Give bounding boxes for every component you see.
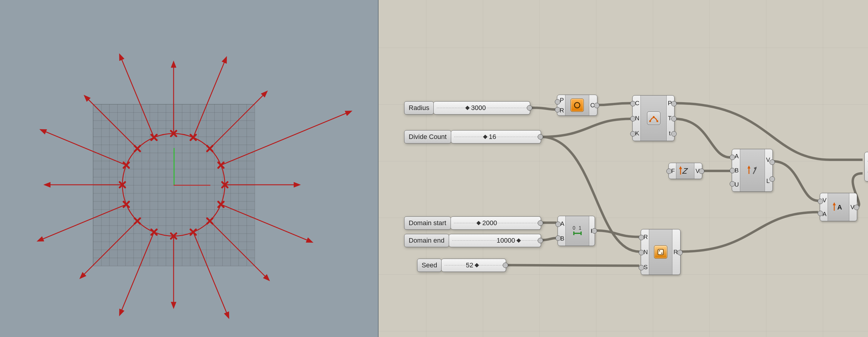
port-a[interactable]: A xyxy=(560,221,564,227)
axis-y xyxy=(174,148,175,185)
amplitude-icon xyxy=(747,165,758,176)
viewport-inner xyxy=(0,0,378,337)
slider-seed[interactable]: Seed 52 xyxy=(417,258,506,272)
svg-text:0: 0 xyxy=(572,225,575,231)
svg-point-50 xyxy=(661,253,662,254)
node-divide-curve[interactable]: C N K P T t xyxy=(632,95,675,141)
slider-track[interactable]: 10000 xyxy=(449,234,541,247)
slider-output-grip[interactable] xyxy=(527,105,532,111)
slider-value: 16 xyxy=(489,133,496,141)
circle-icon xyxy=(570,98,584,112)
slider-label: Divide Count xyxy=(404,130,451,144)
port-a[interactable]: A xyxy=(735,153,739,159)
svg-marker-24 xyxy=(120,55,124,60)
slider-divide-count[interactable]: Divide Count 16 xyxy=(404,130,541,144)
port-b[interactable]: B xyxy=(560,236,564,241)
port-p[interactable]: P xyxy=(560,97,564,103)
svg-marker-6 xyxy=(264,275,269,280)
port-k[interactable]: K xyxy=(635,130,639,136)
svg-point-34 xyxy=(649,120,651,122)
svg-marker-12 xyxy=(120,309,124,315)
svg-marker-8 xyxy=(225,312,229,318)
svg-marker-20 xyxy=(40,130,46,133)
node-construct-domain[interactable]: A B 01 I xyxy=(558,216,595,246)
svg-marker-10 xyxy=(172,302,176,308)
port-r[interactable]: R xyxy=(560,107,564,113)
port-r[interactable]: R xyxy=(644,234,648,240)
grasshopper-canvas[interactable]: Radius 3000 Divide Count 16 Domain start… xyxy=(378,0,868,337)
slider-label: Seed xyxy=(417,258,441,272)
svg-marker-26 xyxy=(172,62,176,67)
svg-rect-48 xyxy=(658,249,663,255)
slider-track[interactable]: 2000 xyxy=(451,216,541,230)
rhino-viewport[interactable] xyxy=(0,0,378,337)
slider-output-grip[interactable] xyxy=(503,263,508,268)
svg-point-33 xyxy=(575,102,580,108)
svg-point-36 xyxy=(656,120,658,122)
slider-output-grip[interactable] xyxy=(538,134,543,140)
port-s[interactable]: S xyxy=(644,264,648,270)
unit-z-icon: Z xyxy=(682,166,688,176)
slider-value: 2000 xyxy=(482,219,497,227)
port-n[interactable]: N xyxy=(635,115,639,121)
slider-output-grip[interactable] xyxy=(538,220,543,226)
node-unit-z[interactable]: F Z V xyxy=(669,163,702,179)
slider-label: Domain end xyxy=(404,234,449,247)
node-amplitude[interactable]: A B U V L xyxy=(732,149,773,192)
slider-thumb[interactable] xyxy=(475,263,479,267)
node-random[interactable]: R N S R xyxy=(641,229,681,275)
svg-point-35 xyxy=(653,116,655,118)
node-icon-area: A xyxy=(828,193,849,221)
svg-marker-52 xyxy=(833,202,836,205)
port-a[interactable]: A xyxy=(823,211,827,217)
port-n[interactable]: N xyxy=(644,249,648,255)
slider-output-grip[interactable] xyxy=(538,238,543,243)
port-t2[interactable]: t xyxy=(669,130,671,136)
node-multiply[interactable]: V A A V xyxy=(820,193,857,221)
node-icon-area xyxy=(565,95,589,116)
svg-text:A: A xyxy=(837,204,842,211)
svg-marker-30 xyxy=(261,91,267,97)
slider-value: 3000 xyxy=(471,104,486,112)
slider-label: Domain start xyxy=(404,216,451,230)
axis-x xyxy=(174,185,210,186)
slider-thumb[interactable] xyxy=(476,221,481,225)
port-b[interactable]: B xyxy=(735,167,739,173)
svg-text:1: 1 xyxy=(579,225,581,231)
slider-radius[interactable]: Radius 3000 xyxy=(404,101,530,115)
svg-marker-28 xyxy=(222,57,226,63)
port-c[interactable]: C xyxy=(635,100,639,106)
divide-curve-icon xyxy=(647,112,660,125)
ports-in: A B xyxy=(558,216,565,246)
node-vector-display[interactable]: A V xyxy=(864,152,868,181)
domain-icon: 01 xyxy=(571,225,584,237)
slider-thumb[interactable] xyxy=(517,239,521,243)
slider-value: 10000 xyxy=(497,237,515,244)
slider-thumb[interactable] xyxy=(483,135,487,139)
svg-marker-40 xyxy=(747,165,750,168)
slider-track[interactable]: 16 xyxy=(451,130,541,144)
svg-marker-22 xyxy=(84,96,90,101)
slider-domain-end[interactable]: Domain end 10000 xyxy=(404,234,541,247)
wires-layer xyxy=(378,0,868,337)
slider-domain-start[interactable]: Domain start 2000 xyxy=(404,216,541,230)
svg-marker-16 xyxy=(38,237,43,241)
slider-track[interactable]: 3000 xyxy=(434,101,530,115)
ports-in: A V xyxy=(865,152,868,181)
slider-thumb[interactable] xyxy=(465,106,470,110)
svg-marker-32 xyxy=(345,111,351,115)
port-v[interactable]: V xyxy=(823,197,827,203)
node-icon-area: Z xyxy=(676,163,694,179)
multiply-icon: A xyxy=(832,202,844,213)
svg-marker-14 xyxy=(80,273,86,278)
slider-track[interactable]: 52 xyxy=(441,258,506,272)
node-icon-area xyxy=(649,229,672,275)
node-icon-area: 01 xyxy=(565,216,589,246)
port-u[interactable]: U xyxy=(735,181,739,187)
slider-value: 52 xyxy=(466,261,473,269)
node-circle[interactable]: P R C xyxy=(557,95,597,116)
svg-marker-4 xyxy=(307,238,312,242)
node-icon-area xyxy=(740,149,765,191)
node-icon-area xyxy=(641,96,666,141)
svg-marker-38 xyxy=(679,166,682,169)
